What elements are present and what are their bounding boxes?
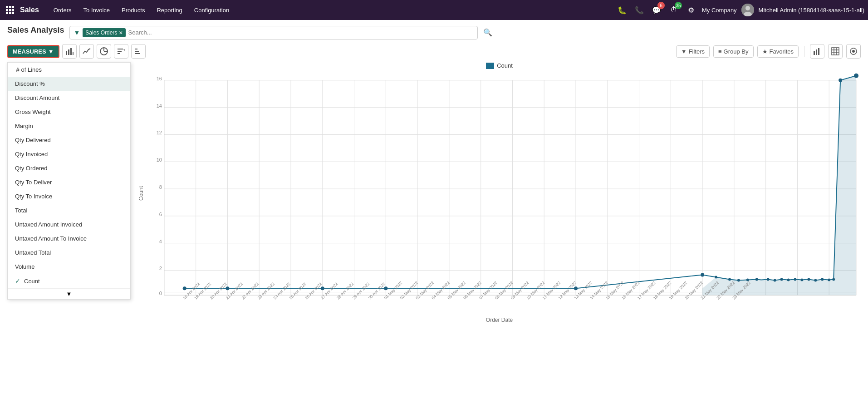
measure-qty-to-deliver[interactable]: Qty To Deliver [8,175,130,189]
measures-dropdown-arrow: ▼ [48,48,54,55]
measure-gross-weight[interactable]: Gross Weight [8,105,130,119]
svg-point-91 [780,278,783,281]
svg-rect-8 [12,12,14,14]
timer-badge: 35 [675,2,682,9]
app-name[interactable]: Sales [20,6,39,14]
svg-point-78 [183,286,186,290]
measure-lines[interactable]: # of Lines [8,63,130,77]
measure-untaxed-total[interactable]: Untaxed Total [8,246,130,260]
group-by-icon: ≡ [718,48,722,55]
svg-rect-28 [832,48,839,55]
filters-label: Filters [689,48,705,55]
measure-qty-to-invoice[interactable]: Qty To Invoice [8,189,130,203]
grid-menu-icon[interactable] [4,4,16,16]
dropdown-scroll-down[interactable]: ▼ [8,288,130,299]
filters-button[interactable]: ▼ Filters [676,45,710,58]
pie-chart-icon[interactable] [97,44,111,59]
svg-point-85 [728,278,731,281]
settings-icon[interactable]: ⚙ [685,4,697,16]
measures-label: MEASURES [13,48,46,55]
svg-point-94 [800,278,803,281]
star-icon: ★ [762,48,768,55]
measure-count[interactable]: ✓ Count [8,274,130,288]
measures-dropdown: # of Lines Discount % Discount Amount Gr… [7,62,131,300]
nav-menu: Orders To Invoice Products Reporting Con… [48,4,614,16]
user-name[interactable]: Mitchell Admin (15804148-saas-15-1-all) [759,7,864,14]
svg-rect-27 [818,48,819,55]
chat-icon[interactable]: 💬 6 [650,4,663,16]
bar-view-button[interactable] [810,44,824,59]
phone-icon[interactable]: 📞 [633,4,646,16]
svg-point-100 [839,79,842,82]
timer-icon[interactable]: ⏱ 35 [667,4,680,16]
group-by-button[interactable]: ≡ Group By [713,45,754,58]
bar-chart-icon[interactable] [62,44,77,59]
svg-point-83 [701,273,704,276]
chat-badge: 6 [657,2,665,9]
svg-text:10: 10 [157,157,162,163]
svg-point-79 [226,286,229,290]
search-icon[interactable]: 🔍 [483,28,492,37]
svg-rect-13 [68,49,69,55]
svg-text:4: 4 [159,239,162,244]
pivot-view-button[interactable] [846,44,861,59]
svg-text:8: 8 [159,184,162,190]
bug-icon[interactable]: 🐛 [616,4,628,16]
svg-rect-23 [135,51,139,52]
measure-discount-pct-label: Discount % [15,80,45,87]
svg-text:0: 0 [159,291,162,296]
svg-point-90 [774,279,776,281]
nav-orders[interactable]: Orders [48,4,77,16]
measure-untaxed-invoiced[interactable]: Untaxed Amount Invoiced [8,217,130,232]
svg-rect-25 [814,51,815,55]
svg-rect-24 [135,53,140,54]
measure-untaxed-to-invoice[interactable]: Untaxed Amount To Invoice [8,232,130,246]
measure-untaxed-total-label: Untaxed Total [15,249,51,256]
favorites-button[interactable]: ★ Favorites [757,45,799,58]
nav-configuration[interactable]: Configuration [189,4,235,16]
measure-margin-label: Margin [15,123,33,129]
table-view-button[interactable] [828,44,843,59]
nav-products[interactable]: Products [116,4,150,16]
sort-asc-icon[interactable] [131,44,146,59]
line-chart-icon[interactable] [79,44,94,59]
filter-tag-label: Sales Orders [85,30,117,36]
svg-rect-12 [66,51,67,55]
company-name[interactable]: My Company [702,7,737,14]
svg-point-99 [832,278,835,281]
search-input[interactable] [128,29,474,36]
measure-volume[interactable]: Volume [8,260,130,274]
svg-rect-14 [70,48,72,55]
svg-point-86 [737,279,740,281]
measure-qty-to-invoice-label: Qty To Invoice [15,193,52,200]
svg-rect-21 [118,53,120,54]
measure-untaxed-to-invoice-label: Untaxed Amount To Invoice [15,235,87,242]
measure-qty-delivered[interactable]: Qty Delivered [8,133,130,147]
measure-discount-amount[interactable]: Discount Amount [8,91,130,105]
measure-discount-pct[interactable]: Discount % [8,77,130,91]
svg-text:2: 2 [159,266,162,271]
avatar[interactable] [741,4,754,16]
measure-margin[interactable]: Margin [8,119,130,133]
measures-button[interactable]: MEASURES ▼ [7,45,59,58]
nav-reporting[interactable]: Reporting [151,4,187,16]
legend-color-box [486,63,494,69]
svg-point-95 [807,278,810,281]
svg-point-92 [787,278,790,281]
measure-qty-invoiced[interactable]: Qty Invoiced [8,147,130,161]
nav-to-invoice[interactable]: To Invoice [78,4,116,16]
svg-rect-2 [12,6,14,8]
measure-qty-ordered[interactable]: Qty Ordered [8,161,130,175]
nav-right-area: 🐛 📞 💬 6 ⏱ 35 ⚙ My Company Mitchell Admin… [616,4,864,16]
group-by-label: Group By [724,48,749,55]
svg-rect-19 [118,49,123,49]
svg-marker-77 [702,76,856,295]
filter-tag-remove[interactable]: × [119,29,123,36]
filter-tag[interactable]: Sales Orders × [83,28,125,37]
sort-desc-icon[interactable] [114,44,128,59]
measure-discount-amount-label: Discount Amount [15,94,59,101]
measure-gross-weight-label: Gross Weight [15,108,51,115]
measure-total-label: Total [15,207,27,214]
measure-total[interactable]: Total [8,203,130,217]
svg-rect-1 [9,6,11,8]
